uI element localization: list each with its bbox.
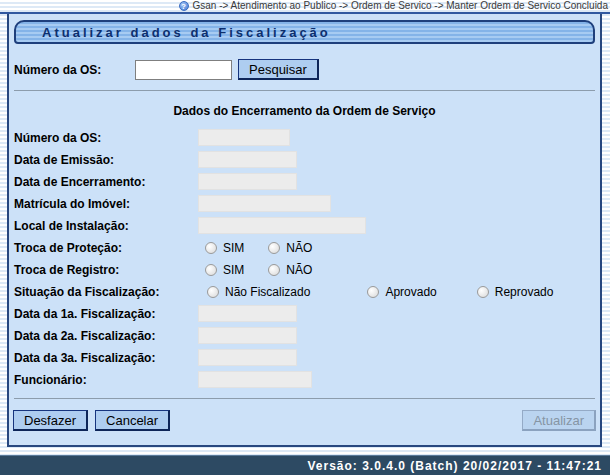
local-instalacao-label: Local de Instalação: [14, 219, 198, 233]
main-window: Atualizar dados da Fiscalização Número d… [7, 14, 602, 447]
radio-row-situacao-fiscalizacao: Situação da Fiscalização: Não Fiscalizad… [9, 281, 600, 302]
troca-protecao-nao-label: NÃO [286, 241, 312, 255]
atualizar-button[interactable]: Atualizar [522, 410, 596, 431]
data-fiscalizacao-2-value [198, 327, 297, 344]
field-row-data-fiscalizacao-3: Data da 3a. Fiscalização: [9, 347, 600, 368]
os-number-input[interactable] [135, 60, 232, 80]
field-row-funcionario: Funcionário: [9, 369, 600, 390]
data-fiscalizacao-3-label: Data da 3a. Fiscalização: [14, 351, 198, 365]
page-title: Atualizar dados da Fiscalização [14, 20, 595, 44]
data-fiscalizacao-3-value [198, 349, 297, 366]
field-row-numero-os: Número da OS: [9, 127, 600, 148]
data-encerramento-value [198, 173, 297, 190]
help-icon[interactable]: ? [179, 1, 189, 11]
breadcrumb: ? Gsan -> Atendimento ao Publico -> Orde… [0, 0, 610, 14]
troca-registro-sim-label: SIM [223, 263, 244, 277]
separator-bottom [14, 398, 595, 399]
field-row-data-emissao: Data de Emissão: [9, 149, 600, 170]
troca-registro-label: Troca de Registro: [14, 263, 198, 277]
troca-protecao-nao-radio[interactable] [268, 242, 280, 254]
funcionario-value [198, 371, 312, 388]
form-area: Número da OS: Data de Emissão: Data de E… [9, 127, 600, 390]
data-emissao-value [198, 151, 297, 168]
data-fiscalizacao-2-label: Data da 2a. Fiscalização: [14, 329, 198, 343]
situacao-aprovado-radio[interactable] [367, 286, 379, 298]
separator-top [14, 90, 595, 91]
situacao-fiscalizacao-label: Situação da Fiscalização: [14, 285, 198, 299]
situacao-aprovado-label: Aprovado [385, 285, 436, 299]
field-row-local-instalacao: Local de Instalação: [9, 215, 600, 236]
data-encerramento-label: Data de Encerramento: [14, 175, 198, 189]
numero-os-value [198, 129, 290, 146]
data-fiscalizacao-1-value [198, 305, 297, 322]
status-bar: Versão: 3.0.4.0 (Batch) 20/02/2017 - 11:… [0, 455, 610, 475]
search-os-label: Número da OS: [14, 63, 135, 77]
situacao-reprovado-label: Reprovado [495, 285, 554, 299]
field-row-data-encerramento: Data de Encerramento: [9, 171, 600, 192]
situacao-reprovado-radio[interactable] [477, 286, 489, 298]
data-fiscalizacao-1-label: Data da 1a. Fiscalização: [14, 307, 198, 321]
breadcrumb-text: Gsan -> Atendimento ao Publico -> Ordem … [193, 0, 608, 11]
radio-row-troca-protecao: Troca de Proteção: SIM NÃO [9, 237, 600, 258]
section-title: Dados do Encerramento da Ordem de Serviç… [9, 104, 600, 118]
situacao-nao-fiscalizado-radio[interactable] [207, 286, 219, 298]
field-row-data-fiscalizacao-2: Data da 2a. Fiscalização: [9, 325, 600, 346]
search-button[interactable]: Pesquisar [238, 59, 319, 80]
page-title-label: Atualizar dados da Fiscalização [42, 25, 331, 40]
troca-protecao-label: Troca de Proteção: [14, 241, 198, 255]
local-instalacao-value [198, 217, 366, 234]
cancelar-button[interactable]: Cancelar [95, 410, 170, 431]
field-row-data-fiscalizacao-1: Data da 1a. Fiscalização: [9, 303, 600, 324]
troca-protecao-sim-label: SIM [223, 241, 244, 255]
search-row: Número da OS: Pesquisar [14, 59, 600, 80]
numero-os-label: Número da OS: [14, 131, 198, 145]
field-row-matricula-imovel: Matrícula do Imóvel: [9, 193, 600, 214]
troca-registro-nao-radio[interactable] [268, 264, 280, 276]
troca-protecao-sim-radio[interactable] [205, 242, 217, 254]
matricula-imovel-value [198, 195, 331, 212]
data-emissao-label: Data de Emissão: [14, 153, 198, 167]
situacao-nao-fiscalizado-label: Não Fiscalizado [225, 285, 310, 299]
troca-registro-sim-radio[interactable] [205, 264, 217, 276]
radio-row-troca-registro: Troca de Registro: SIM NÃO [9, 259, 600, 280]
version-text: Versão: 3.0.4.0 (Batch) 20/02/2017 - 11:… [308, 459, 603, 473]
desfazer-button[interactable]: Desfazer [13, 410, 88, 431]
action-buttons-row: Desfazer Cancelar Atualizar [13, 410, 596, 431]
funcionario-label: Funcionário: [14, 373, 198, 387]
troca-registro-nao-label: NÃO [286, 263, 312, 277]
matricula-imovel-label: Matrícula do Imóvel: [14, 197, 198, 211]
